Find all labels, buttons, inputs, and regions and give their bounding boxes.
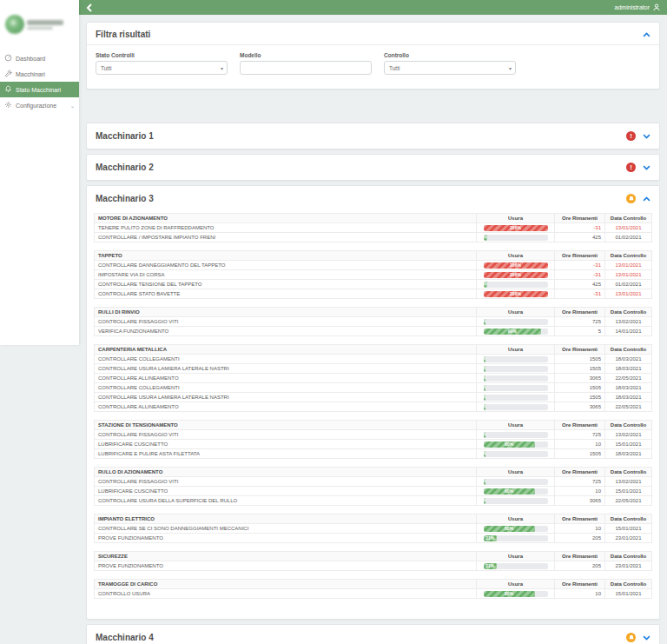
user-icon — [653, 3, 660, 11]
col-data-controllo: Data Controllo — [605, 214, 652, 223]
col-usura: Usura — [477, 580, 555, 589]
filter-title: Filtra risultati — [96, 30, 150, 39]
usura-progress-bar: 6% — [484, 235, 548, 241]
table-row: CONTROLLARE COLLEGAMENTI 1% 1505 18/03/2… — [95, 383, 652, 393]
maintenance-table: CARPENTERIA METALLICA Usura Ore Rimanent… — [94, 344, 652, 412]
select-stato-controlli[interactable]: Tutti▾ — [96, 61, 228, 75]
usura-progress-bar: 4% — [484, 319, 548, 325]
usura-progress-bar: 90% — [484, 329, 548, 335]
data-controllo-value: 22/05/2021 — [605, 496, 652, 506]
usura-cell: 1% — [477, 364, 555, 374]
dashboard-icon — [4, 54, 12, 63]
usura-cell: 80% — [477, 524, 555, 534]
sidebar-item-configurazione[interactable]: Configurazione ⌄ — [0, 97, 79, 113]
filter-collapse-button[interactable] — [643, 32, 650, 37]
table-row: TENERE PULITO ZONE DI RAFFREDDAMENTO 206… — [95, 223, 652, 233]
col-ore-rimanenti: Ore Rimanenti — [555, 345, 605, 355]
data-controllo-value: 15/01/2021 — [605, 524, 652, 534]
ore-rimanenti-value: -31 — [555, 289, 605, 299]
table-row: PROVE FUNZIONAMENTO 21% 205 23/01/2021 — [95, 534, 652, 543]
select-controllo[interactable]: Tutti▾ — [384, 61, 516, 75]
machine-panel-header[interactable]: Macchinario 4 — [87, 625, 659, 644]
usura-cell: 90% — [477, 327, 555, 336]
col-ore-rimanenti: Ore Rimanenti — [555, 580, 605, 589]
col-ore-rimanenti: Ore Rimanenti — [555, 515, 605, 524]
table-row: CONTROLLARE USURA LAMIERA LATERALE NASTR… — [95, 364, 652, 374]
task-name: CONTROLLARE FISSAGGIO VITI — [95, 317, 477, 327]
data-controllo-value: 13/02/2021 — [605, 317, 652, 327]
usura-percent-label: 80% — [505, 442, 513, 447]
accordion-toggle[interactable] — [643, 134, 650, 139]
usura-percent-label: 80% — [505, 488, 513, 494]
sidebar-item-label: Macchinari — [16, 71, 45, 77]
accordion-toggle[interactable] — [643, 635, 650, 641]
machine-panel-header[interactable]: Macchinario 2 ! — [87, 155, 659, 180]
accordion-toggle[interactable] — [643, 196, 650, 202]
col-usura: Usura — [477, 515, 555, 524]
col-data-controllo: Data Controllo — [605, 515, 652, 524]
ore-rimanenti-value: 1505 — [555, 383, 605, 393]
accordion-toggle[interactable] — [643, 165, 650, 170]
table-row: PROVE FUNZIONAMENTO 21% 205 23/01/2021 — [95, 561, 652, 571]
usura-progress-bar: 1% — [484, 498, 548, 504]
table-header-row: SICUREZZE Usura Ore Rimanenti Data Contr… — [95, 552, 652, 561]
usura-cell: 206% — [477, 261, 555, 270]
col-usura: Usura — [477, 214, 555, 223]
table-row: CONTROLLARE ALLINEAMENTO 1% 3065 22/05/2… — [95, 402, 652, 412]
machine-panel-header[interactable]: Macchinario 3 — [87, 186, 659, 211]
task-name: CONTROLLARE / IMPOSTARE IMPIANTO FRENI — [95, 233, 477, 242]
machine-panel-header[interactable]: Macchinario 1 ! — [87, 123, 659, 149]
machine-panel-body: MOTORE DI AZIONAMENTO Usura Ore Rimanent… — [87, 211, 659, 619]
usura-progress-bar: 21% — [484, 563, 548, 569]
usura-cell: 80% — [477, 440, 555, 449]
data-controllo-value: 18/03/2021 — [605, 355, 652, 364]
table-header-row: RULLI DI RINVIO Usura Ore Rimanenti Data… — [95, 308, 652, 317]
sidebar-item-macchinari[interactable]: Macchinari ⌄ — [0, 66, 79, 82]
maintenance-table: SICUREZZE Usura Ore Rimanenti Data Contr… — [94, 551, 652, 571]
usura-progress-bar: 1% — [484, 375, 548, 382]
table-header-row: IMPIANTO ELETTRICO Usura Ore Rimanenti D… — [95, 515, 652, 524]
machine-panel-macchinario-3: Macchinario 3 MOTORE DI AZIONAMENTO Usur… — [86, 185, 660, 620]
sidebar-item-dashboard[interactable]: Dashboard ⌄ — [0, 50, 79, 66]
table-row: CONTROLLARE DANNEGGIAMENTO DEL TAPPETO 2… — [95, 261, 652, 270]
input-modello[interactable] — [240, 61, 372, 75]
section-title: TRAMOGGE DI CARICO — [95, 580, 477, 589]
col-ore-rimanenti: Ore Rimanenti — [555, 214, 605, 223]
modello-input[interactable] — [245, 65, 367, 71]
ore-rimanenti-value: 425 — [555, 280, 605, 289]
table-row: CONTROLLARE ALLINEAMENTO 1% 3065 22/05/2… — [95, 374, 652, 383]
table-header-row: TAPPETO Usura Ore Rimanenti Data Control… — [95, 251, 652, 261]
user-menu[interactable]: administrator — [615, 3, 660, 11]
usura-progress-bar: 1% — [484, 404, 548, 410]
sidebar-item-stato-macchinari[interactable]: Stato Macchinari ⌄ — [0, 82, 79, 97]
col-data-controllo: Data Controllo — [605, 552, 652, 561]
table-row: LUBRIFICARE CUSCINETTO 80% 10 15/01/2021 — [95, 487, 652, 496]
task-name: LUBRIFICARE CUSCINETTO — [95, 487, 477, 496]
usura-cell: 1% — [477, 449, 555, 459]
task-name: CONTROLLARE USURA LAMIERA LATERALE NASTR… — [95, 393, 477, 402]
back-button[interactable] — [86, 3, 93, 12]
usura-progress-bar: 4% — [484, 432, 548, 438]
usura-progress-bar: 1% — [484, 385, 548, 391]
usura-progress-bar: 80% — [484, 526, 548, 532]
table-header-row: TRAMOGGE DI CARICO Usura Ore Rimanenti D… — [95, 580, 652, 589]
task-name: CONTROLLARE TENSIONE DEL TAPPETO — [95, 280, 477, 289]
usura-cell: 1% — [477, 402, 555, 412]
main-content: Filtra risultati Stato Controlli Tutti▾ … — [79, 15, 667, 644]
task-name: PROVE FUNZIONAMENTO — [95, 534, 477, 543]
machine-title: Macchinario 3 — [96, 194, 154, 203]
data-controllo-value: 23/01/2021 — [605, 561, 652, 571]
ore-rimanenti-value: -31 — [555, 270, 605, 280]
ore-rimanenti-value: 425 — [555, 233, 605, 242]
maintenance-table: MOTORE DI AZIONAMENTO Usura Ore Rimanent… — [94, 213, 652, 242]
select-value: Tutti — [389, 65, 400, 71]
ore-rimanenti-value: 5 — [555, 327, 605, 336]
usura-percent-label: 21% — [485, 563, 494, 568]
usura-cell: 4% — [477, 477, 555, 487]
ore-rimanenti-value: 10 — [555, 440, 605, 449]
col-ore-rimanenti: Ore Rimanenti — [555, 251, 605, 261]
bell-circle-icon — [626, 194, 636, 203]
usura-percent-label: 1% — [484, 451, 485, 456]
bell-circle-icon — [626, 633, 636, 642]
usura-progress-bar: 1% — [484, 395, 548, 401]
